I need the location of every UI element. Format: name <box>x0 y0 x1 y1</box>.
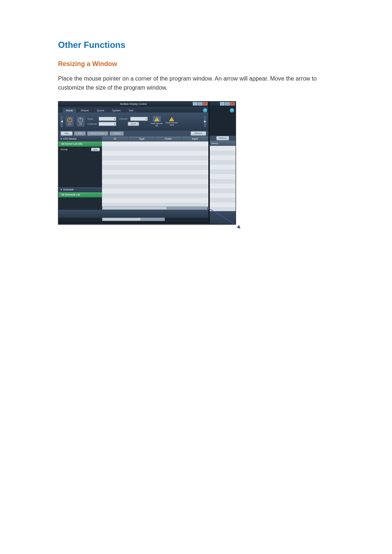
all-device-list-item[interactable]: All Device List (00) <box>58 141 102 147</box>
chevron-down-icon: ▾ <box>61 188 62 191</box>
power-off-icon <box>78 118 83 123</box>
power-off-label: Off <box>79 123 82 125</box>
status-bar <box>58 210 208 218</box>
power-off-button[interactable]: Off <box>77 116 85 127</box>
help-icon[interactable]: ? <box>203 108 207 112</box>
power-on-icon <box>67 118 72 123</box>
lfd-device-label: LFD Device <box>63 138 77 140</box>
more-button[interactable]: More <box>128 122 139 126</box>
footer-scrollbar[interactable] <box>102 218 165 221</box>
side-refresh-button[interactable]: Refresh <box>216 136 229 140</box>
col-input[interactable]: Input <box>182 136 208 141</box>
add-button[interactable]: Add <box>61 131 73 136</box>
refresh-button[interactable]: Refresh <box>191 131 206 136</box>
close-button[interactable]: X <box>203 102 208 106</box>
input-field-label: Input <box>87 118 98 120</box>
col-id[interactable]: ID <box>102 136 128 141</box>
channel-field-label: Channel <box>87 123 98 125</box>
fault-device-alert[interactable]: Fault Device Alert <box>166 117 177 126</box>
monitor-warning-icon <box>153 116 161 122</box>
minimize-button[interactable]: – <box>193 102 197 106</box>
tab-sound[interactable]: Sound <box>93 108 107 112</box>
maximize-button[interactable]: ▢ <box>198 102 203 106</box>
page-heading-1: Other Functions <box>58 40 363 50</box>
schedule-label: Schedule <box>63 188 74 191</box>
ribbon-scroll-right[interactable]: ▶ <box>204 116 206 127</box>
column-header-row: ID Type Power Input <box>102 136 208 141</box>
body-paragraph: Place the mouse pointer on a corner of t… <box>58 74 341 93</box>
side-help-icon[interactable]: ? <box>230 108 234 112</box>
fault-device-count-label: Fault Device (0) <box>151 122 163 127</box>
tab-system[interactable]: System <box>109 108 124 112</box>
group-label: Group <box>61 148 68 151</box>
channel-select[interactable]: ▾ <box>99 122 116 126</box>
side-minimize-button[interactable]: – <box>220 102 225 106</box>
tab-tool[interactable]: Tool <box>125 108 136 112</box>
side-col-setting[interactable]: Setting <box>210 141 236 146</box>
side-close-button[interactable]: X <box>230 102 235 106</box>
power-on-button[interactable]: On <box>66 116 74 127</box>
side-table-body <box>210 146 236 211</box>
volume-select[interactable]: ▾ <box>130 117 148 121</box>
group-edit-button[interactable]: Edit <box>91 148 100 151</box>
schedule-header[interactable]: ▾ Schedule <box>58 187 102 192</box>
side-window: – ▢ X ? Refresh Setting <box>209 101 236 225</box>
chevron-down-icon: ▾ <box>61 138 62 140</box>
titlebar: Multiple Display Control – ▢ X <box>58 102 208 107</box>
all-schedule-list-item[interactable]: All Schedule List <box>58 192 102 197</box>
volume-field-label: Volume <box>119 118 129 120</box>
fault-device-alert-label: Fault Device Alert <box>166 122 177 126</box>
group-row: Group Edit <box>58 147 102 152</box>
power-on-label: On <box>68 123 71 125</box>
delete-button[interactable]: Delete <box>110 131 124 136</box>
table-body <box>102 141 208 206</box>
move-copy-button[interactable]: Move & Copy <box>87 131 108 136</box>
ribbon-toolbar: ◀ On Off Input ▾ Channel ▾ <box>58 112 208 131</box>
tab-bar: Home Picture Sound System Tool ? <box>58 107 208 112</box>
fault-device-count[interactable]: Fault Device (0) <box>151 116 163 127</box>
tab-home[interactable]: Home <box>63 108 76 112</box>
tab-picture[interactable]: Picture <box>78 108 92 112</box>
input-select[interactable]: ▾ <box>99 117 116 121</box>
h-scrollbar[interactable] <box>102 206 208 210</box>
app-screenshot: Multiple Display Control – ▢ X Home Pict… <box>58 101 236 225</box>
main-window: Multiple Display Control – ▢ X Home Pict… <box>58 101 209 223</box>
side-maximize-button[interactable]: ▢ <box>225 102 230 106</box>
edit-button[interactable]: Edit <box>74 131 86 136</box>
right-pane: ID Type Power Input <box>102 136 208 210</box>
col-power[interactable]: Power <box>155 136 182 141</box>
lfd-device-header[interactable]: ▾ LFD Device <box>58 136 102 141</box>
action-bar: Add Edit Move & Copy Delete Refresh <box>58 131 208 136</box>
left-pane: ▾ LFD Device All Device List (00) Group … <box>58 136 102 210</box>
resize-cursor-icon <box>237 225 242 230</box>
ribbon-scroll-left[interactable]: ◀ <box>61 116 63 127</box>
page-heading-2: Resizing a Window <box>58 60 363 68</box>
side-status-bar <box>210 211 236 224</box>
alert-icon <box>169 117 174 121</box>
window-title: Multiple Display Control <box>120 103 147 105</box>
col-type[interactable]: Type <box>128 136 155 141</box>
